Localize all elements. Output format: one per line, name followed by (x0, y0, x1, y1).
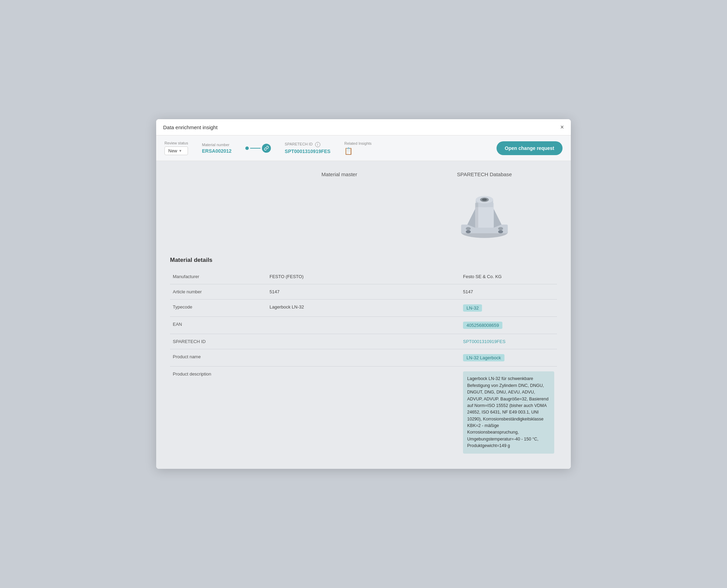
sparetech-db-header: SPARETECH Database (412, 171, 557, 177)
st-cell: LN-32 (460, 300, 557, 317)
table-row: Article number51475147 (170, 284, 557, 300)
modal-header: Data enrichment insight × (156, 119, 571, 135)
svg-point-4 (466, 230, 471, 234)
open-change-request-button[interactable]: Open change request (497, 141, 563, 155)
field-cell: Typecode (170, 300, 267, 317)
modal-body: Material master SPARETECH Database (156, 161, 571, 468)
material-number-section: Material number ERSA002012 (202, 143, 232, 154)
mm-cell (267, 317, 460, 334)
st-cell: SPT0001310919FES (460, 334, 557, 349)
sparetech-id-section: SPARETECH ID i SPT0001310919FES (285, 142, 330, 154)
review-status-section: Review status New ▼ (164, 141, 188, 155)
field-column-header (170, 171, 267, 177)
table-row: SPARETECH IDSPT0001310919FES (170, 334, 557, 349)
field-cell: Product description (170, 367, 267, 458)
field-cell: Manufacturer (170, 269, 267, 284)
st-cell: 5147 (460, 284, 557, 300)
mm-cell (267, 334, 460, 349)
svg-point-11 (482, 199, 487, 201)
field-cell: Product name (170, 349, 267, 367)
image-mm (267, 181, 412, 250)
svg-rect-14 (475, 203, 478, 228)
table-row: EAN4052568008659 (170, 317, 557, 334)
info-icon: i (315, 142, 320, 147)
section-title: Material details (170, 257, 557, 264)
mm-cell (267, 349, 460, 367)
highlight-tag: LN-32 (463, 304, 482, 312)
toolbar: Review status New ▼ Material number ERSA… (156, 135, 571, 161)
id-text: SPT0001310919FES (463, 339, 506, 344)
sparetech-id-value: SPT0001310919FES (285, 149, 330, 154)
product-image-svg (453, 184, 516, 246)
detail-table: ManufacturerFESTO (FESTO)Festo SE & Co. … (170, 269, 557, 458)
modal-title: Data enrichment insight (163, 124, 218, 130)
svg-point-5 (498, 230, 503, 234)
material-number-value: ERSA002012 (202, 148, 232, 154)
link-line (250, 148, 261, 149)
data-enrichment-modal: Data enrichment insight × Review status … (156, 119, 571, 468)
table-row: TypecodeLagerbock LN-32LN-32 (170, 300, 557, 317)
mm-cell: Lagerbock LN-32 (267, 300, 460, 317)
chevron-down-icon: ▼ (179, 149, 182, 153)
table-row: Product descriptionLagerbock LN-32 für s… (170, 367, 557, 458)
product-image-area (170, 181, 557, 250)
svg-marker-13 (494, 209, 502, 228)
dot-line (245, 144, 271, 153)
image-placeholder-left (170, 181, 267, 250)
description-box: Lagerbock LN-32 für schwenkbare Befestig… (463, 371, 554, 453)
highlight-tag: 4052568008659 (463, 322, 502, 329)
table-row: ManufacturerFESTO (FESTO)Festo SE & Co. … (170, 269, 557, 284)
svg-point-3 (498, 227, 503, 230)
material-number-label: Material number (202, 143, 232, 147)
link-icon (262, 144, 271, 153)
st-cell: LN-32 Lagerbock (460, 349, 557, 367)
columns-header: Material master SPARETECH Database (170, 171, 557, 177)
field-cell: Article number (170, 284, 267, 300)
related-insights-section: Related Insights 📋 (344, 141, 371, 155)
field-cell: EAN (170, 317, 267, 334)
review-status-badge[interactable]: New ▼ (164, 146, 188, 155)
svg-point-2 (466, 227, 471, 230)
link-indicator (245, 144, 271, 153)
field-cell: SPARETECH ID (170, 334, 267, 349)
st-cell: 4052568008659 (460, 317, 557, 334)
svg-marker-12 (468, 209, 475, 228)
close-button[interactable]: × (560, 124, 564, 130)
related-insights-icon[interactable]: 📋 (344, 147, 371, 155)
related-insights-label: Related Insights (344, 141, 371, 145)
sparetech-id-label: SPARETECH ID i (285, 142, 330, 147)
link-dot (245, 146, 249, 150)
table-row: Product nameLN-32 Lagerbock (170, 349, 557, 367)
mm-cell (267, 367, 460, 458)
st-cell: Lagerbock LN-32 für schwenkbare Befestig… (460, 367, 557, 458)
st-cell: Festo SE & Co. KG (460, 269, 557, 284)
highlight-tag: LN-32 Lagerbock (463, 354, 504, 361)
review-status-label: Review status (164, 141, 188, 145)
material-master-header: Material master (267, 171, 412, 177)
image-sparetech (412, 181, 557, 250)
mm-cell: FESTO (FESTO) (267, 269, 460, 284)
mm-cell: 5147 (267, 284, 460, 300)
review-status-value: New (168, 148, 177, 153)
